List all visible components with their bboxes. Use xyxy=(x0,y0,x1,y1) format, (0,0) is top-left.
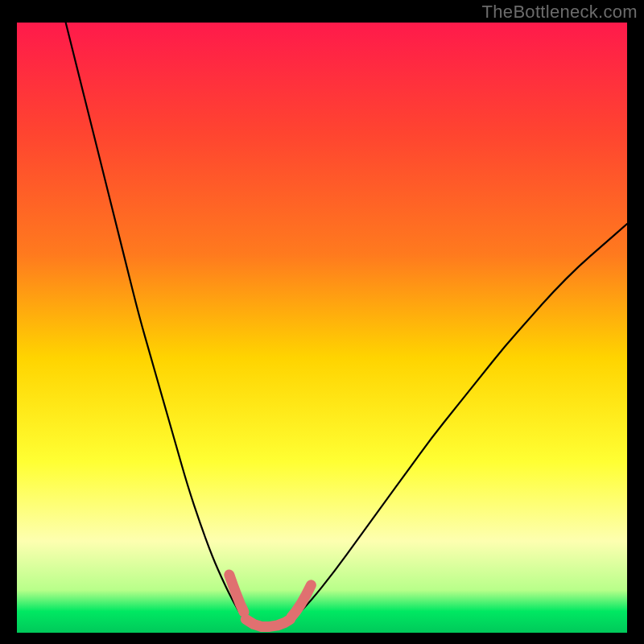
chart-svg xyxy=(17,23,627,633)
gradient-background xyxy=(17,23,627,633)
watermark-text: TheBottleneck.com xyxy=(482,2,638,23)
chart-frame: TheBottleneck.com xyxy=(0,0,644,644)
bottleneck-chart xyxy=(17,23,627,633)
